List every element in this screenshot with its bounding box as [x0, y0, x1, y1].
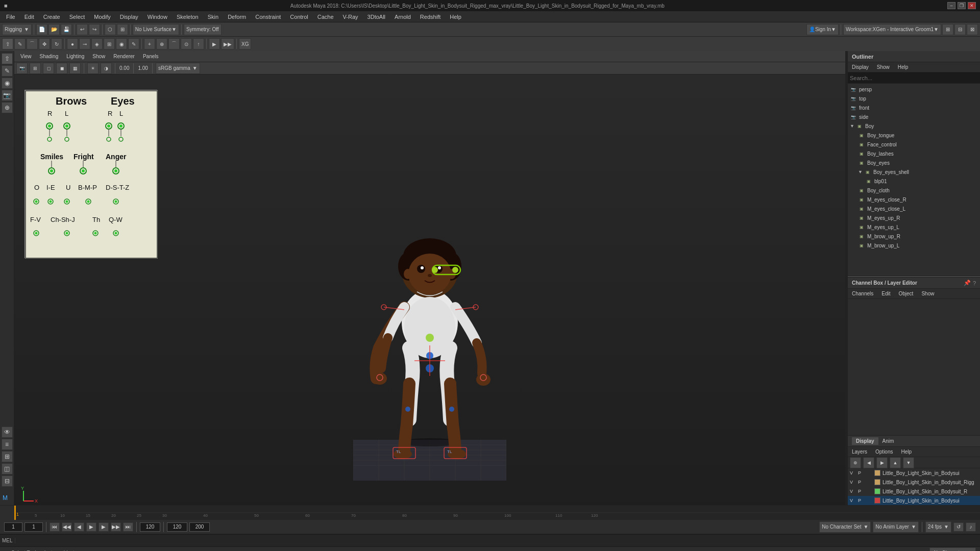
layer-v3[interactable]: V	[850, 489, 856, 494]
fps-dropdown[interactable]: 24 fps ▼	[925, 521, 951, 533]
total-frames-input[interactable]	[167, 522, 187, 532]
layer-row-3[interactable]: V P Little_Boy_Light_Skin_in_Bodysuit_R	[848, 487, 980, 496]
layer-up-btn[interactable]: ▲	[890, 457, 901, 468]
close-button[interactable]: ✕	[968, 2, 976, 9]
no-anim-layer-dropdown[interactable]: No Anim Layer ▼	[873, 521, 919, 533]
outliner-item-boy-cloth[interactable]: ▣ Boy_cloth	[848, 186, 980, 195]
timeline-track[interactable]: 1 5 10 15 20 25 30 40 50 60 70 80 90 100…	[14, 506, 980, 520]
max-frame-input[interactable]	[189, 522, 210, 532]
menu-skin[interactable]: Skin	[204, 13, 223, 21]
expand-icon[interactable]: ▼	[858, 169, 864, 174]
menu-file[interactable]: File	[2, 13, 19, 21]
end-range-input[interactable]	[140, 522, 160, 532]
display-tab[interactable]: Display	[852, 437, 878, 445]
play-btn[interactable]: ▶	[86, 522, 96, 532]
mel-input[interactable]	[15, 535, 500, 546]
menu-cache[interactable]: Cache	[313, 13, 338, 21]
vp-grid-btn[interactable]: ⊞	[30, 63, 41, 74]
outliner-item-m-eyes-close-r[interactable]: ▣ M_eyes_close_R	[848, 195, 980, 204]
minimize-button[interactable]: –	[947, 2, 955, 9]
vp-shaded-btn[interactable]: ◼	[56, 63, 67, 74]
channels-menu[interactable]: Channels	[850, 290, 875, 297]
goto-start-btn[interactable]: ⏮	[50, 522, 60, 532]
save-file-btn[interactable]: 💾	[61, 24, 72, 35]
new-layer-btn[interactable]: ⊕	[850, 457, 861, 468]
vp-panels-menu[interactable]: Panels	[141, 53, 161, 60]
outliner-item-boy-lashes[interactable]: ▣ Boy_lashes	[848, 149, 980, 158]
menu-redshift[interactable]: Redshift	[416, 13, 445, 21]
menu-arnold[interactable]: Arnold	[390, 13, 415, 21]
shelf-btn[interactable]: ◫	[2, 463, 13, 474]
prev-key-btn[interactable]: ◀◀	[62, 522, 72, 532]
layer-p2[interactable]: P	[858, 480, 864, 485]
render-btn[interactable]: ▶	[209, 38, 220, 49]
redo-btn[interactable]: ↪	[89, 24, 100, 35]
outliner-item-side[interactable]: 📷 side	[848, 112, 980, 121]
outliner-item-front[interactable]: 📷 front	[848, 103, 980, 112]
snap-surface-btn[interactable]: ⊙	[181, 38, 192, 49]
layer-prev-btn[interactable]: ◀	[863, 457, 874, 468]
layer-p4[interactable]: P	[858, 498, 864, 503]
soft-select-btn[interactable]: ◉	[2, 78, 13, 89]
vp-textured-btn[interactable]: ▦	[69, 63, 81, 74]
paint-mode-btn[interactable]: ✎	[2, 65, 13, 77]
ik-tool-btn[interactable]: ⊸	[79, 38, 90, 49]
snap-point-btn[interactable]: ⊕	[156, 38, 167, 49]
outliner-item-boy-eyes[interactable]: ▣ Boy_eyes	[848, 158, 980, 167]
no-live-surface-btn[interactable]: No Live Surface ▼	[133, 24, 179, 35]
vp-renderer-menu[interactable]: Renderer	[111, 53, 137, 60]
channel-box-pin-icon[interactable]: 📌	[964, 280, 971, 286]
layer-down-btn[interactable]: ▼	[903, 457, 914, 468]
paint-tool-btn[interactable]: ✎	[14, 38, 26, 49]
snap-curve-btn[interactable]: ⌒	[168, 38, 180, 49]
show-menu[interactable]: Show	[919, 290, 936, 297]
outliner-item-m-eyes-close-l[interactable]: ▣ M_eyes_close_L	[848, 204, 980, 213]
layer-help-menu[interactable]: Help	[899, 448, 914, 455]
open-file-btn[interactable]: 📂	[48, 24, 60, 35]
snap-normal-btn[interactable]: ↑	[193, 38, 204, 49]
layer-p1[interactable]: P	[858, 470, 864, 475]
outliner-item-face-control[interactable]: ▣ Face_control	[848, 140, 980, 149]
layer-row-4[interactable]: V P Little_Boy_Light_Skin_in_Bodysui	[848, 496, 980, 505]
lattice-btn[interactable]: ⊞	[104, 38, 115, 49]
menu-skeleton[interactable]: Skeleton	[173, 13, 203, 21]
prev-frame-btn[interactable]: ◀	[74, 522, 84, 532]
vp-show-menu[interactable]: Show	[90, 53, 107, 60]
rotate-tool-btn[interactable]: ↻	[51, 38, 62, 49]
symmetry-btn[interactable]: Symmetry: Off	[184, 24, 222, 35]
move-tool-btn[interactable]: ✥	[39, 38, 50, 49]
sign-in-btn[interactable]: 👤 Sign In ▼	[806, 24, 839, 35]
joint-tool-btn[interactable]: ●	[67, 38, 78, 49]
layer-row-1[interactable]: V P Little_Boy_Light_Skin_in_Bodysui	[848, 468, 980, 478]
layer-next-btn[interactable]: ▶	[876, 457, 888, 468]
outliner-display-menu[interactable]: Display	[850, 64, 871, 70]
menu-help[interactable]: Help	[446, 13, 465, 21]
next-key-btn[interactable]: ▶▶	[111, 522, 121, 532]
menu-display[interactable]: Display	[116, 13, 142, 21]
cluster-btn[interactable]: ◈	[91, 38, 103, 49]
layer-row-2[interactable]: V P Little_Boy_Light_Skin_in_Bodysuit_Ri…	[848, 478, 980, 487]
channel-box-help-icon[interactable]: ?	[973, 280, 976, 286]
node-editor-btn[interactable]: ⊞	[2, 451, 13, 462]
menu-deform[interactable]: Deform	[224, 13, 250, 21]
layer-v2[interactable]: V	[850, 480, 856, 485]
translate-btn[interactable]: +	[144, 38, 155, 49]
paint-weights-btn[interactable]: ✎	[128, 38, 139, 49]
workspace-btn[interactable]: Workspace: XGen - Interactive Groom1 ▼	[843, 24, 941, 35]
snap-grid-btn[interactable]: ⊞	[117, 24, 128, 35]
vp-view-menu[interactable]: View	[18, 53, 34, 60]
new-file-btn[interactable]: 📄	[36, 24, 47, 35]
loop-btn[interactable]: ↺	[953, 522, 964, 532]
vp-lights-btn[interactable]: ☀	[87, 63, 99, 74]
show-hide-btn[interactable]: 👁	[2, 427, 13, 438]
layer-v1[interactable]: V	[850, 470, 856, 475]
outliner-show-menu[interactable]: Show	[875, 64, 892, 70]
next-frame-btn[interactable]: ▶	[99, 522, 109, 532]
layer-v4[interactable]: V	[850, 498, 856, 503]
outliner-item-top[interactable]: 📷 top	[848, 94, 980, 103]
edit-menu[interactable]: Edit	[879, 290, 892, 297]
lasso-tool-btn[interactable]: ⌒	[27, 38, 38, 49]
object-menu[interactable]: Object	[897, 290, 916, 297]
gamma-dropdown[interactable]: sRGB gamma ▼	[156, 63, 200, 74]
attr-editor-btn[interactable]: ≡	[2, 439, 13, 450]
